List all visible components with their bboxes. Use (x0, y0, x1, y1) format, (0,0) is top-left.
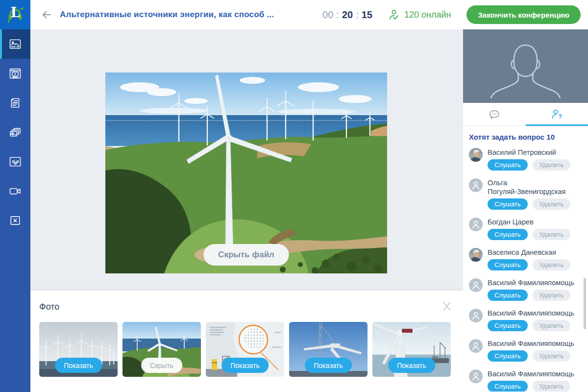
svg-text:?: ? (558, 113, 562, 120)
photo-thumbnail-infographic: Показать (206, 322, 284, 377)
participant-row: Богдан Царев Слушать Удалить (469, 218, 582, 240)
media-presentation-icon (8, 37, 22, 51)
top-bar: Альтернативные источники энергии, как сп… (30, 0, 588, 29)
questions-header: Хотят задать вопрос 10 (469, 133, 582, 141)
wind-farm-illustration (105, 73, 387, 273)
tab-questions[interactable]: ? (526, 103, 588, 125)
app-logo: L (0, 0, 30, 29)
end-conference-button[interactable]: Закончить конференцию (466, 5, 581, 24)
participant-placeholder-avatar (469, 309, 483, 322)
tab-chat[interactable] (463, 103, 526, 125)
remove-button[interactable]: Удалить (533, 159, 571, 171)
back-button[interactable] (40, 8, 53, 21)
photos-panel: Фото (30, 291, 463, 392)
photo-thumbnail-hill-farm: Скрыть (122, 322, 201, 377)
participant-placeholder-avatar (469, 278, 483, 292)
stage-area: Скрыть файл (30, 29, 463, 291)
remove-button[interactable]: Удалить (533, 259, 571, 270)
panel-tabs: ? (463, 103, 588, 126)
sidebar-item-camera[interactable] (0, 176, 30, 206)
participant-name: Васелиса Даневская (488, 248, 582, 257)
question-person-icon: ? (550, 108, 564, 121)
photo-thumbnails: Показать (39, 322, 451, 377)
hide-file-button[interactable]: Скрыть файл (203, 244, 289, 266)
participant-name: Василий Фамилияпомощь (488, 369, 582, 378)
sidebar-item-banners[interactable] (0, 118, 30, 147)
participant-placeholder-avatar (469, 339, 483, 353)
close-icon (441, 300, 453, 312)
news-document-icon (8, 96, 22, 110)
participant-name: Богдан Царев (488, 218, 582, 226)
sidebar-item-whiteboard[interactable] (0, 147, 30, 176)
remove-button[interactable]: Удалить (533, 198, 571, 210)
photos-close-button[interactable] (441, 300, 453, 313)
participant-row: Ольга Погуляй-Звенигордская Слушать Удал… (469, 178, 582, 210)
whiteboard-draw-icon (8, 155, 22, 169)
banners-schedule-icon (8, 125, 22, 139)
sidebar-item-end-screen[interactable] (0, 206, 30, 235)
show-photo-button[interactable]: Показать (221, 358, 269, 373)
hide-photo-button[interactable]: Скрыть (141, 358, 182, 373)
participant-photo-avatar (469, 148, 483, 162)
online-user-check-icon (387, 9, 400, 21)
listen-button[interactable]: Слушать (488, 259, 528, 270)
timer-minutes: 20 (342, 9, 353, 20)
participant-name: Василий Фамилияпомощь (488, 339, 582, 348)
listen-button[interactable]: Слушать (488, 381, 528, 392)
photo-thumbnail-construction: Показать (289, 322, 368, 377)
photo-thumbnail-sea-turbine: Показать (372, 322, 451, 377)
conference-timer: 00:20:15 (322, 9, 372, 21)
remove-button[interactable]: Удалить (533, 350, 571, 362)
remove-button[interactable]: Удалить (533, 229, 571, 240)
participant-name: Ольга Погуляй-Звенигордская (488, 178, 582, 196)
listen-button[interactable]: Слушать (488, 290, 528, 301)
remove-button[interactable]: Удалить (533, 320, 571, 331)
presenter-avatar-icon (463, 29, 588, 103)
active-item-indicator (0, 29, 2, 59)
chat-icon (488, 108, 501, 121)
sidebar-item-news[interactable] (0, 88, 30, 118)
participant-placeholder-avatar (469, 218, 483, 231)
participant-name: Василий Фамилияпомощь (488, 278, 582, 287)
timer-seconds: 15 (362, 9, 372, 20)
participant-name: Василий Петровский (488, 148, 582, 157)
participant-row: Васелиса Даневская Слушать Удалить (469, 248, 582, 270)
photo-thumbnail-offshore-farm: Показать (39, 322, 118, 377)
participant-placeholder-avatar (469, 178, 483, 192)
participant-placeholder-avatar (469, 369, 483, 383)
wind-farm-image: Скрыть файл (105, 73, 387, 273)
listen-button[interactable]: Слушать (488, 159, 528, 171)
presenter-video-placeholder (463, 29, 588, 103)
remove-button[interactable]: Удалить (533, 381, 571, 392)
participant-row: Василий Фамилияпомощь Слушать Удалить (469, 309, 582, 331)
sidebar-item-media[interactable] (0, 29, 30, 59)
participant-row: Василий Фамилияпомощь Слушать Удалить (469, 278, 582, 301)
listen-button[interactable]: Слушать (488, 350, 528, 362)
page-title: Альтернативные источники энергии, как сп… (60, 10, 274, 20)
online-count-label: 120 онлайн (404, 10, 451, 20)
sidebar-item-video[interactable] (0, 59, 30, 88)
show-photo-button[interactable]: Показать (55, 358, 102, 373)
show-photo-button[interactable]: Показать (388, 358, 435, 373)
questions-list: Хотят задать вопрос 10 Василий Петровски… (463, 126, 588, 392)
participant-photo-avatar (469, 248, 483, 262)
participant-name: Василий Фамилияпомощь (488, 309, 582, 318)
online-count: 120 онлайн (387, 9, 451, 21)
camera-icon (8, 184, 22, 198)
photos-panel-title: Фото (39, 302, 59, 312)
show-photo-button[interactable]: Показать (305, 358, 352, 373)
timer-hours: 00 (322, 9, 333, 20)
brand-letter: L (0, 5, 30, 20)
back-arrow-icon (41, 9, 52, 21)
participant-row: Василий Фамилияпомощь Слушать Удалить (469, 369, 582, 392)
left-sidebar (0, 29, 30, 392)
participants-scrollbar[interactable] (584, 278, 586, 329)
video-window-icon (8, 67, 22, 80)
listen-button[interactable]: Слушать (488, 198, 528, 210)
listen-button[interactable]: Слушать (488, 229, 528, 240)
right-panel: ? Хотят задать вопрос 10 Василий Петровс… (463, 29, 588, 392)
listen-button[interactable]: Слушать (488, 320, 528, 331)
remove-button[interactable]: Удалить (533, 290, 571, 301)
end-screen-icon (8, 214, 22, 227)
participant-row: Василий Фамилияпомощь Слушать Удалить (469, 339, 582, 362)
